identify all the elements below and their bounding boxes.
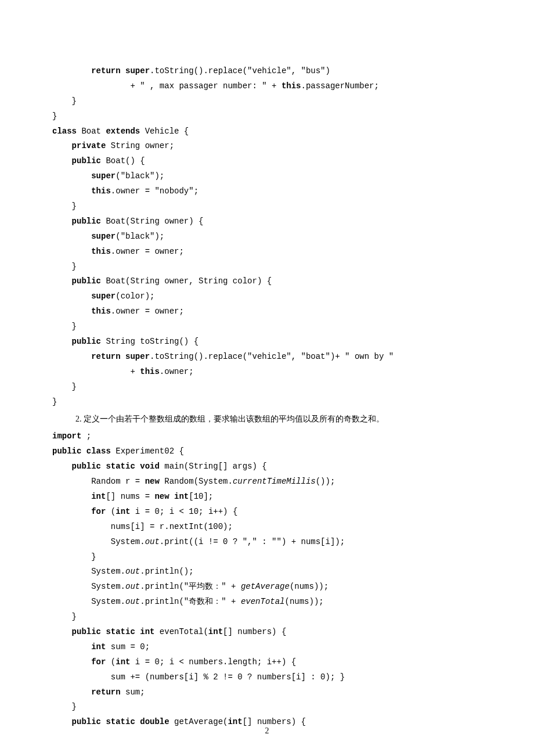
code-block-2: import ;public class Experiment02 { publ…	[52, 429, 482, 730]
page-number: 2	[0, 723, 534, 739]
problem-statement: 2. 定义一个由若干个整数组成的数组，要求输出该数组的平均值以及所有的奇数之和。	[75, 412, 482, 427]
document-page: return super.toString().replace("vehicle…	[0, 0, 534, 756]
code-block-1: return super.toString().replace("vehicle…	[52, 64, 482, 409]
